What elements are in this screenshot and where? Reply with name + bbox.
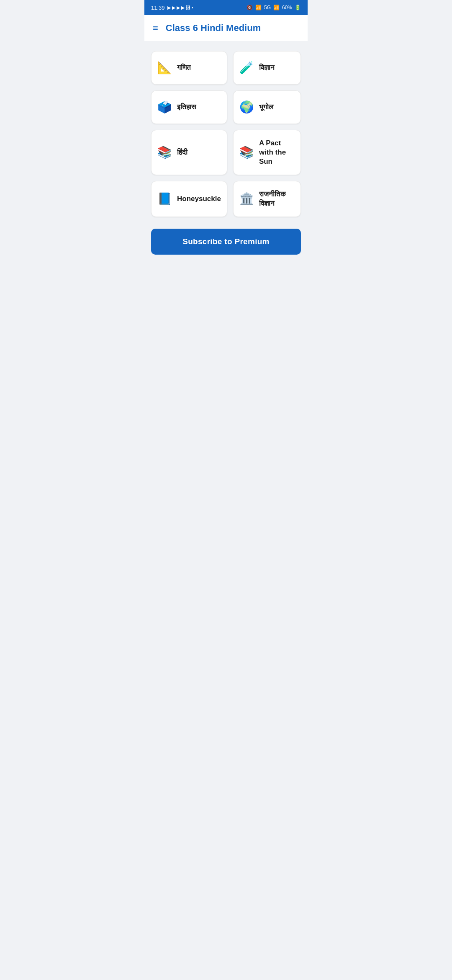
political-science-icon: 🏛️ xyxy=(239,193,254,205)
pact-with-sun-icon: 📚 xyxy=(239,147,254,158)
subject-card-hindi[interactable]: 📚 हिंदी xyxy=(151,130,227,175)
subject-card-pact-with-sun[interactable]: 📚 A Pact with the Sun xyxy=(233,130,301,175)
pact-with-sun-label: A Pact with the Sun xyxy=(259,139,295,166)
signal-label: 5G xyxy=(264,5,271,10)
subject-card-history[interactable]: 🗳️ इतिहास xyxy=(151,90,227,124)
subject-card-honeysuckle[interactable]: 📘 Honeysuckle xyxy=(151,181,227,217)
geography-label: भूगोल xyxy=(259,103,273,112)
history-icon: 🗳️ xyxy=(157,101,172,113)
wifi-icon: 📶 xyxy=(255,5,262,10)
geography-icon: 🌍 xyxy=(239,101,254,113)
header: ≡ Class 6 Hindi Medium xyxy=(144,15,308,41)
science-icon: 🧪 xyxy=(239,62,254,74)
subject-card-math[interactable]: 📐 गणित xyxy=(151,51,227,85)
mute-icon: 🔇 xyxy=(247,5,253,10)
battery-label: 60% xyxy=(282,5,292,10)
political-science-label: राजनीतिक विज्ञान xyxy=(259,190,295,208)
media-icons: ▶ ▶ ▶ ▶ 🖼 • xyxy=(167,5,193,10)
subject-card-geography[interactable]: 🌍 भूगोल xyxy=(233,90,301,124)
main-content: 📐 गणित 🧪 विज्ञान 🗳️ इतिहास 🌍 भूगोल 📚 हिं… xyxy=(144,41,308,261)
status-left: 11:39 ▶ ▶ ▶ ▶ 🖼 • xyxy=(151,5,193,11)
menu-button[interactable]: ≡ xyxy=(153,23,158,33)
page-title: Class 6 Hindi Medium xyxy=(166,23,261,34)
status-right: 🔇 📶 5G 📶 60% 🔋 xyxy=(247,5,301,10)
honeysuckle-icon: 📘 xyxy=(157,193,172,205)
subject-card-political-science[interactable]: 🏛️ राजनीतिक विज्ञान xyxy=(233,181,301,217)
history-label: इतिहास xyxy=(177,103,196,112)
network-icon: 📶 xyxy=(273,5,280,10)
time-display: 11:39 xyxy=(151,5,165,11)
math-label: गणित xyxy=(177,63,191,72)
status-bar: 11:39 ▶ ▶ ▶ ▶ 🖼 • 🔇 📶 5G 📶 60% 🔋 xyxy=(144,0,308,15)
battery-icon: 🔋 xyxy=(295,5,301,10)
subject-grid: 📐 गणित 🧪 विज्ञान 🗳️ इतिहास 🌍 भूगोल 📚 हिं… xyxy=(151,51,301,217)
math-icon: 📐 xyxy=(157,62,172,74)
hindi-icon: 📚 xyxy=(157,147,172,158)
honeysuckle-label: Honeysuckle xyxy=(177,194,221,204)
science-label: विज्ञान xyxy=(259,63,275,72)
subject-card-science[interactable]: 🧪 विज्ञान xyxy=(233,51,301,85)
hindi-label: हिंदी xyxy=(177,148,187,157)
subscribe-button[interactable]: Subscribe to Premium xyxy=(151,229,301,255)
